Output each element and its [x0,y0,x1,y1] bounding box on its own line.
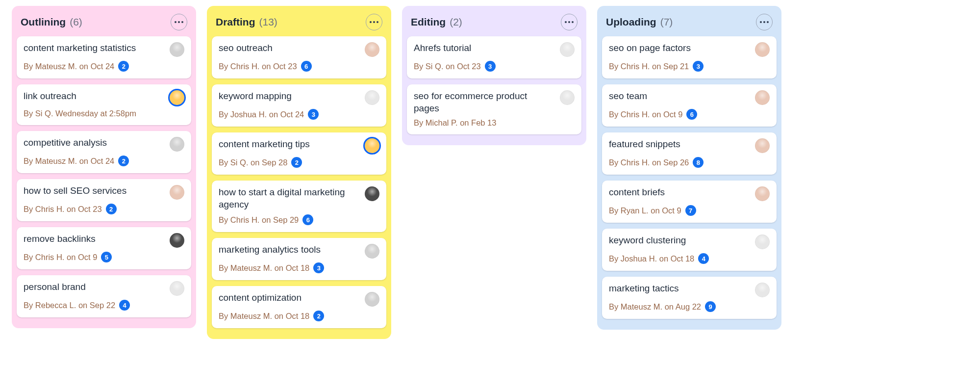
assignee-avatar [170,185,184,200]
card-list: seo outreachBy Chris H. on Oct 236keywor… [212,36,386,328]
comment-count-badge: 2 [118,61,129,72]
task-card[interactable]: content optimizationBy Mateusz M. on Oct… [212,286,386,328]
card-title: content marketing statistics [24,42,136,54]
column-outlining: Outlining (6) content marketing statisti… [12,6,196,328]
task-card[interactable]: marketing tacticsBy Mateusz M. on Aug 22… [602,277,777,319]
column-count: (13) [259,16,277,28]
card-title: seo for ecommerce product pages [414,90,555,114]
comment-count-badge: 6 [686,109,697,120]
card-title: content optimization [219,292,302,304]
column-title-wrap: Drafting (13) [216,16,277,28]
card-list: content marketing statisticsBy Mateusz M… [17,36,191,317]
assignee-avatar [560,42,575,57]
card-list: seo on page factorsBy Chris H. on Sep 21… [602,36,777,319]
card-meta: By Mateusz M. on Oct 242 [24,61,184,72]
task-card[interactable]: personal brandBy Rebecca L. on Sep 224 [17,275,191,317]
card-byline: By Si Q. on Sep 28 [219,158,287,167]
comment-count-badge: 9 [705,301,716,312]
card-title: keyword clustering [609,235,686,247]
assignee-avatar [170,233,184,248]
task-card[interactable]: how to sell SEO servicesBy Chris H. on O… [17,179,191,221]
card-byline: By Chris H. on Sep 26 [609,158,689,167]
column-more-button[interactable] [171,14,187,30]
card-head: personal brand [24,281,184,296]
card-byline: By Rebecca L. on Sep 22 [24,301,115,310]
comment-count-badge: 3 [313,262,324,273]
column-count: (2) [450,16,462,28]
comment-count-badge: 7 [685,205,696,216]
task-card[interactable]: content marketing tipsBy Si Q. on Sep 28… [212,132,386,175]
card-byline: By Si Q. Wednesday at 2:58pm [24,109,136,118]
column-header: Uploading (7) [602,12,777,36]
card-head: content briefs [609,186,770,201]
task-card[interactable]: Ahrefs tutorialBy Si Q. on Oct 233 [407,36,581,78]
card-byline: By Michal P. on Feb 13 [414,118,496,128]
task-card[interactable]: link outreachBy Si Q. Wednesday at 2:58p… [17,84,191,125]
card-byline: By Joshua H. on Oct 24 [219,110,304,119]
task-card[interactable]: seo outreachBy Chris H. on Oct 236 [212,36,386,78]
card-head: seo on page factors [609,42,770,57]
task-card[interactable]: how to start a digital marketing agencyB… [212,181,386,232]
card-title: content briefs [609,186,665,199]
task-card[interactable]: keyword mappingBy Joshua H. on Oct 243 [212,84,386,127]
card-head: how to sell SEO services [24,185,184,200]
more-icon [175,21,183,23]
column-count: (7) [660,16,673,28]
card-meta: By Mateusz M. on Oct 183 [219,262,379,273]
task-card[interactable]: content briefsBy Ryan L. on Oct 97 [602,181,777,223]
assignee-avatar [560,90,575,105]
card-meta: By Si Q. on Oct 233 [414,61,575,72]
card-title: competitive analysis [24,137,107,149]
task-card[interactable]: remove backlinksBy Chris H. on Oct 95 [17,227,191,269]
card-head: seo outreach [219,42,379,57]
task-card[interactable]: featured snippetsBy Chris H. on Sep 268 [602,132,777,175]
card-title: seo team [609,90,647,103]
assignee-avatar [755,138,770,153]
card-byline: By Ryan L. on Oct 9 [609,206,681,215]
more-icon [370,21,378,23]
task-card[interactable]: seo for ecommerce product pagesBy Michal… [407,84,581,134]
card-head: seo team [609,90,770,105]
card-title: content marketing tips [219,138,310,151]
card-meta: By Chris H. on Oct 96 [609,109,770,120]
column-drafting: Drafting (13) seo outreachBy Chris H. on… [207,6,391,339]
column-more-button[interactable] [756,14,773,30]
card-byline: By Chris H. on Sep 29 [219,215,299,225]
task-card[interactable]: marketing analytics toolsBy Mateusz M. o… [212,238,386,280]
card-byline: By Chris H. on Oct 9 [24,253,97,262]
column-header: Drafting (13) [212,12,386,36]
comment-count-badge: 2 [313,311,324,321]
card-byline: By Mateusz M. on Oct 24 [24,62,114,71]
card-byline: By Joshua H. on Oct 18 [609,254,694,263]
column-title-wrap: Uploading (7) [606,16,673,28]
column-more-button[interactable] [366,14,382,30]
card-head: content optimization [219,292,379,307]
card-byline: By Chris H. on Sep 21 [609,62,689,71]
card-byline: By Mateusz M. on Oct 18 [219,312,309,321]
column-uploading: Uploading (7) seo on page factorsBy Chri… [597,6,781,330]
column-more-button[interactable] [561,14,578,30]
card-title: seo on page factors [609,42,691,54]
card-meta: By Michal P. on Feb 13 [414,118,575,128]
card-meta: By Mateusz M. on Oct 242 [24,156,184,166]
task-card[interactable]: content marketing statisticsBy Mateusz M… [17,36,191,78]
assignee-avatar [755,235,770,249]
card-head: competitive analysis [24,137,184,152]
card-meta: By Chris H. on Oct 232 [24,204,184,214]
card-byline: By Chris H. on Oct 9 [609,110,682,119]
task-card[interactable]: keyword clusteringBy Joshua H. on Oct 18… [602,229,777,271]
column-header: Editing (2) [407,12,581,36]
task-card[interactable]: seo teamBy Chris H. on Oct 96 [602,84,777,127]
card-head: keyword mapping [219,90,379,105]
card-head: remove backlinks [24,233,184,248]
task-card[interactable]: competitive analysisBy Mateusz M. on Oct… [17,131,191,173]
more-icon [760,21,769,23]
card-meta: By Chris H. on Sep 296 [219,214,379,225]
card-meta: By Ryan L. on Oct 97 [609,205,770,216]
task-card[interactable]: seo on page factorsBy Chris H. on Sep 21… [602,36,777,78]
card-title: seo outreach [219,42,273,54]
column-title: Outlining [21,16,66,28]
assignee-avatar [170,281,184,296]
column-title: Drafting [216,16,255,28]
assignee-avatar [170,90,184,105]
